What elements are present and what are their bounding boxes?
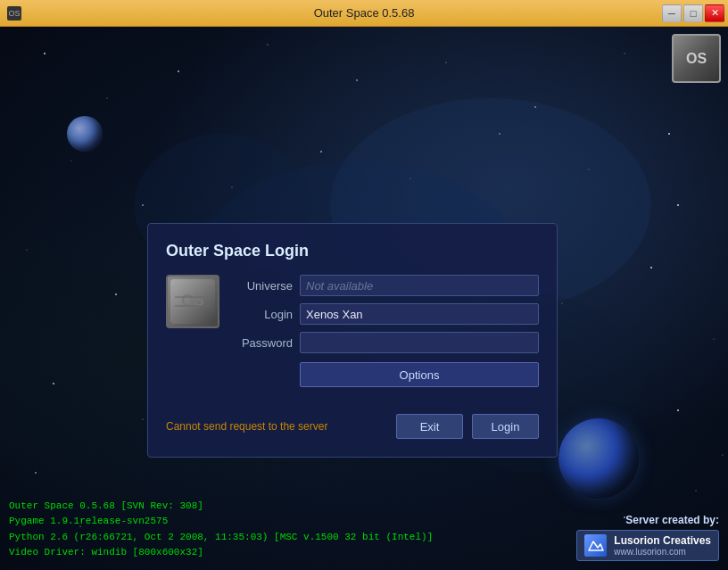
- svg-point-33: [696, 491, 697, 492]
- info-line-2: Pygame 1.9.1release-svn2575: [9, 514, 433, 530]
- options-row: Options: [233, 360, 539, 387]
- window-title: Outer Space 0.5.68: [314, 6, 415, 20]
- app-logo-corner: OS: [672, 34, 721, 83]
- minimize-button[interactable]: ─: [662, 4, 682, 22]
- title-bar: OS Outer Space 0.5.68 ─ □ ✕: [0, 0, 728, 27]
- options-button[interactable]: Options: [300, 362, 539, 387]
- login-input[interactable]: [300, 303, 539, 325]
- svg-point-25: [714, 339, 715, 340]
- window-controls: ─ □ ✕: [662, 4, 728, 22]
- lusorion-text-block: Lusorion Creatives www.lusorion.com: [614, 534, 711, 557]
- title-bar-left: OS: [0, 6, 21, 21]
- login-footer: Cannot send request to the server Exit L…: [166, 407, 539, 439]
- svg-point-30: [35, 472, 37, 474]
- login-label: Login: [233, 308, 300, 321]
- login-content: OS Universe Login Password: [166, 275, 539, 394]
- svg-point-18: [115, 293, 117, 295]
- svg-point-24: [650, 267, 652, 268]
- svg-point-7: [625, 54, 625, 54]
- planet-large: [558, 418, 639, 499]
- info-line-4: Video Driver: windib [800x600x32]: [9, 545, 433, 561]
- bottom-info: Outer Space 0.5.68 [SVN Rev: 308] Pygame…: [9, 499, 433, 561]
- universe-input[interactable]: [300, 275, 539, 296]
- branding-area: Server created by: Lusorion Creatives ww: [576, 514, 719, 561]
- login-form: Universe Login Password Options: [233, 275, 539, 394]
- universe-label: Universe: [233, 279, 300, 293]
- company-name: Lusorion Creatives: [614, 534, 711, 547]
- svg-point-28: [677, 409, 679, 411]
- background: OS Outer Space Login OS: [0, 27, 728, 570]
- svg-point-17: [27, 250, 28, 251]
- website-url: www.lusorion.com: [614, 547, 711, 557]
- lusorion-logo: Lusorion Creatives www.lusorion.com: [576, 530, 719, 561]
- info-line-3: Python 2.6 (r26:66721, Oct 2 2008, 11:35…: [9, 530, 433, 546]
- avatar: OS: [166, 275, 219, 328]
- svg-point-5: [446, 62, 447, 63]
- planet-small: [67, 116, 103, 152]
- app-icon: OS: [7, 6, 21, 21]
- password-label: Password: [233, 336, 300, 350]
- login-row: Login: [233, 303, 539, 325]
- footer-buttons: Exit Login: [396, 414, 539, 439]
- exit-button[interactable]: Exit: [396, 414, 463, 439]
- login-button[interactable]: Login: [472, 414, 539, 439]
- svg-point-8: [668, 133, 670, 135]
- svg-point-16: [677, 204, 679, 206]
- svg-point-29: [723, 455, 724, 456]
- svg-text:OS: OS: [181, 292, 204, 310]
- info-line-1: Outer Space 0.5.68 [SVN Rev: 308]: [9, 499, 433, 515]
- server-created-label: Server created by:: [625, 514, 719, 526]
- svg-point-12: [320, 151, 322, 153]
- svg-point-2: [178, 70, 179, 72]
- svg-point-27: [143, 419, 144, 420]
- svg-point-4: [356, 79, 358, 81]
- lusorion-icon: [584, 534, 607, 557]
- password-input[interactable]: [300, 332, 539, 353]
- svg-point-26: [53, 383, 54, 384]
- svg-point-3: [268, 45, 269, 45]
- svg-point-0: [44, 53, 46, 54]
- close-button[interactable]: ✕: [705, 4, 724, 22]
- svg-point-1: [107, 98, 108, 99]
- error-message: Cannot send request to the server: [166, 420, 396, 433]
- login-dialog: Outer Space Login OS: [147, 223, 558, 458]
- password-row: Password: [233, 332, 539, 353]
- svg-point-9: [71, 161, 72, 161]
- universe-row: Universe: [233, 275, 539, 296]
- maximize-button[interactable]: □: [683, 4, 703, 22]
- login-title: Outer Space Login: [166, 242, 539, 260]
